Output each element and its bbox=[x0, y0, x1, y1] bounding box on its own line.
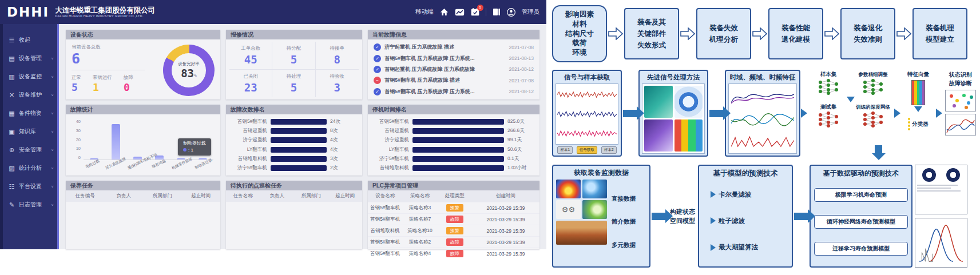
sidebar-item-equipment-maintenance[interactable]: ✕设备维护∨ bbox=[0, 86, 57, 104]
flow-box-influence-factors: 影响因素材料结构尺寸载荷环境 bbox=[552, 5, 607, 62]
dashboard-content: 设备状态 当前设备总数 6 正常5 带病运行1 故障0 bbox=[57, 24, 546, 249]
signal-waveforms bbox=[556, 83, 618, 145]
sidebar-item-spare-parts[interactable]: ▦备件物资∨ bbox=[0, 104, 57, 122]
network-icon bbox=[862, 78, 884, 95]
layers-icon: ☷ bbox=[8, 183, 15, 190]
small-arrow-right bbox=[801, 109, 807, 118]
thick-arrow-right bbox=[623, 110, 637, 117]
sidebar-item-log-management[interactable]: ✎日志管理∨ bbox=[0, 196, 57, 214]
chevron-down-icon: ∨ bbox=[51, 185, 54, 188]
fault-item[interactable]: −首钢5#翻车机 压力系统故障 描述2021-07-08 bbox=[370, 76, 537, 85]
table-row: 首钢堆取料机策略名称10预警2021-03-29 15:39 bbox=[368, 225, 539, 237]
chevron-down-icon: ∨ bbox=[51, 203, 54, 206]
shield-icon: ⊕ bbox=[8, 146, 15, 154]
table-row: 首钢5#翻车机策略名称3预警2021-03-29 15:39 bbox=[368, 202, 539, 214]
sidebar-item-equipment-monitoring[interactable]: ▥设备监控∨ bbox=[0, 67, 57, 86]
repair-cell: 待处理5 bbox=[272, 70, 315, 97]
processing-thumbnails bbox=[642, 83, 705, 154]
fault-item[interactable]: ✓济宁起重机 压力系统故障 描述2021-07-08 bbox=[370, 43, 537, 51]
methodology-flowchart: 影响因素材料结构尺寸载荷环境 装备及其关键部件失效形式 装备失效机理分析 装备性… bbox=[546, 0, 980, 275]
panel-title: 设备状态 bbox=[66, 30, 220, 39]
chevron-down-icon: ∨ bbox=[51, 166, 54, 170]
training-group: 样本集 参数精细调整 测试集 训练的深度网络 bbox=[808, 70, 894, 157]
stat-fault: 故障0 bbox=[124, 74, 133, 94]
check-circle-icon: ✓ bbox=[374, 88, 381, 95]
notification-badge: 0 bbox=[477, 5, 483, 11]
scatter-thumbnail bbox=[945, 90, 976, 111]
dhhi-logo: DHHI bbox=[7, 5, 49, 19]
table-row: 首钢5#翻车机策略名称4故障2021-03-29 15:39 bbox=[368, 248, 539, 260]
hollow-arrow-icon bbox=[752, 27, 767, 40]
flow-box-signal-acquisition: 信号与样本获取 样本1 信号获取 样本2 bbox=[552, 70, 622, 157]
check-circle-icon: ✓ bbox=[374, 66, 381, 73]
status-badge: 预警 bbox=[446, 227, 463, 234]
device-status-panel: 设备状态 当前设备总数 6 正常5 带病运行1 故障0 bbox=[66, 30, 220, 99]
series-dot bbox=[183, 148, 187, 152]
pencil-icon: ✎ bbox=[8, 201, 15, 209]
feature-vector-group: 特征向量 分类器 bbox=[901, 70, 935, 157]
fault-item[interactable]: ✓首钢5#翻车机 压力系统故障 压力系统...2021-08-12 bbox=[370, 87, 537, 96]
small-arrow-right bbox=[936, 109, 942, 118]
flow-box-data-driven-prediction: 基于数据驱动的预测技术 极限学习机寿命预测 循环神经网络寿命预测模型 迁移学习寿… bbox=[810, 165, 912, 268]
repair-cell: 工单总数45 bbox=[229, 42, 272, 70]
rank-row: 济宁起重机4次 bbox=[232, 137, 356, 144]
rank-row: 首钢起重机266.6天 bbox=[374, 127, 534, 134]
chevron-down-icon: ∨ bbox=[51, 111, 54, 115]
user-icon[interactable] bbox=[507, 8, 515, 17]
check-circle-icon: ✓ bbox=[374, 55, 381, 62]
admin-label[interactable]: 管理员 bbox=[522, 8, 540, 16]
contour-plot-thumb bbox=[556, 180, 581, 198]
rank-row: 首钢堆取料机3次 bbox=[232, 156, 356, 162]
mobile-link[interactable]: 移动端 bbox=[415, 8, 434, 16]
chevron-down-icon: ∨ bbox=[51, 57, 54, 60]
fault-item[interactable]: ✓首钢起重机 压力系统故障 压力系统故障2021-08-12 bbox=[370, 65, 537, 74]
book-icon[interactable] bbox=[493, 8, 501, 16]
bar bbox=[112, 124, 120, 160]
sidebar-item-platform-settings[interactable]: ☷平台设置∨ bbox=[0, 177, 57, 196]
fault-item[interactable]: ✓首钢5#翻车机 压力系统故障 压力系统...2021-08-13 bbox=[370, 54, 537, 63]
signal-acquire-chip: 信号获取 bbox=[577, 146, 597, 154]
panel-title: 保养任务 bbox=[66, 181, 220, 190]
calendar-icon[interactable]: 0 bbox=[471, 8, 479, 16]
sidebar-item-equipment-management[interactable]: ▤设备管理∨ bbox=[0, 49, 57, 67]
total-device-count: 6 bbox=[72, 51, 156, 67]
diagnosis-group: 状态识别 故障诊断 bbox=[943, 70, 978, 157]
sidebar-item-knowledge-base[interactable]: ▣知识库∨ bbox=[0, 122, 57, 141]
sidebar-rail bbox=[0, 24, 3, 249]
small-arrow-down bbox=[914, 106, 922, 112]
clipboard-icon: ▦ bbox=[8, 110, 15, 117]
maintenance-tasks-panel: 保养任务 任务编号 负责人 所属部门 起止时间 bbox=[66, 181, 220, 249]
rank-row: 首钢起重机8次 bbox=[232, 127, 356, 134]
stat-degraded: 带病运行1 bbox=[93, 74, 112, 94]
rank-row: 济宁起重机99.1天 bbox=[374, 137, 534, 144]
status-badge: 故障 bbox=[446, 250, 463, 257]
home-icon[interactable] bbox=[440, 8, 449, 16]
chart-icon[interactable] bbox=[455, 9, 465, 16]
classifier-dots bbox=[908, 118, 910, 130]
thick-arrow-right bbox=[709, 110, 723, 117]
pending-inspection-panel: 待执行的点巡检任务 任务名称 负责人 所属部门 起止时间 bbox=[226, 181, 362, 249]
sample1-chip: 样本1 bbox=[557, 146, 573, 154]
result-thumbnails bbox=[915, 165, 967, 268]
fault-count-ranking-panel: 故障次数排名 首钢5#翻车机24次 首钢起重机8次 济宁起重机4次 LY翻车机4… bbox=[226, 105, 362, 176]
panel-title: 当前故障信息 bbox=[368, 30, 539, 39]
hollow-arrow-icon bbox=[680, 27, 695, 40]
sidebar-collapse-button[interactable]: ☰ 收起 bbox=[0, 31, 57, 49]
header-divider bbox=[486, 8, 486, 16]
rank-row: LY翻车机4次 bbox=[232, 146, 356, 153]
hamburger-icon: ☰ bbox=[8, 37, 15, 44]
integrity-donut-chart: 设备完好率 83% bbox=[163, 45, 215, 96]
sample2-chip: 样本2 bbox=[601, 146, 617, 154]
sidebar-item-safety-management[interactable]: ⊕安全管理∨ bbox=[0, 141, 57, 159]
gears-thumb: ⚙⚙ bbox=[556, 200, 581, 219]
x-axis-labels: 电机过载 压力系统故障 重(轻)调车电机不动 噪音问题 机械零件损坏 制动器过载 bbox=[69, 160, 213, 176]
rank-row: 首钢5#翻车机825.0天 bbox=[374, 118, 534, 125]
minus-circle-icon: − bbox=[374, 77, 381, 84]
company-name: 大连华锐重工集团股份有限公司 DALIAN HUARUI HEAVY INDUS… bbox=[55, 6, 155, 18]
flow-box-failure-forms: 装备及其关键部件失效形式 bbox=[624, 8, 679, 59]
spectrum-thumb bbox=[582, 200, 607, 219]
bearing-images-thumb bbox=[915, 165, 967, 214]
method-em-algorithm: 最大期望算法 bbox=[711, 243, 788, 252]
sidebar-item-statistics[interactable]: ▨统计分析∨ bbox=[0, 159, 57, 177]
table-row: 首钢5#翻车机策略名称7故障2021-03-29 15:39 bbox=[368, 214, 539, 225]
